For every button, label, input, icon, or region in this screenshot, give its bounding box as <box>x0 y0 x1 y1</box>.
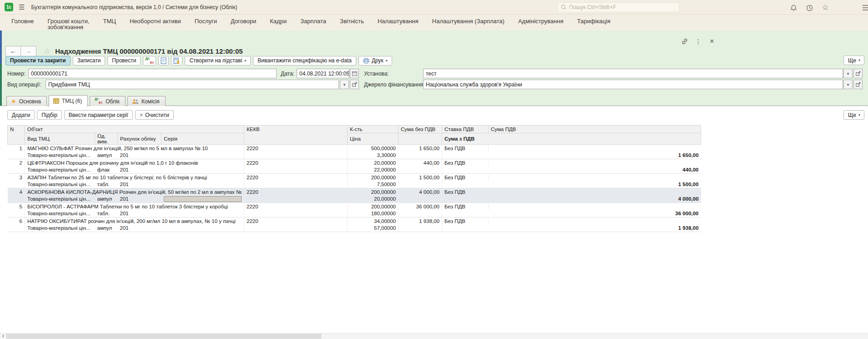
close-icon[interactable]: × <box>708 37 716 46</box>
table-row[interactable]: 4 АСКОРБІНОВА КИСЛОТА-ДАРНИЦЯ Розчин для… <box>8 188 701 196</box>
col-header-kind[interactable]: Вид ТМЦ <box>25 133 95 145</box>
notifications-bell-icon[interactable] <box>788 3 798 13</box>
menu-item[interactable]: Звітність <box>333 15 371 25</box>
sum-with-vat-cell[interactable]: 1 938,00 <box>442 225 701 232</box>
item-kind-cell[interactable]: Товарно-матеріальні цін... <box>25 152 95 159</box>
kekv-cell[interactable]: 2220 <box>244 159 348 167</box>
pick-items-button[interactable]: Підбір <box>37 110 62 120</box>
sum-no-vat-cell[interactable]: 440,00 <box>399 159 442 167</box>
link-icon[interactable] <box>681 37 689 46</box>
tab-osnovna[interactable]: ★ Основна <box>6 96 47 106</box>
table-row[interactable]: 2 ЦЕФТРІАКСОН Порошок для розчину для ін… <box>8 159 701 167</box>
table-row-detail[interactable]: Товарно-матеріальні цін... табл. 201 180… <box>8 210 701 218</box>
table-row-detail[interactable]: Товарно-матеріальні цін... табл. 201 7,5… <box>8 181 701 188</box>
save-button[interactable]: Записати <box>73 56 106 66</box>
scroll-left-arrow[interactable]: ‹ <box>0 334 6 339</box>
unit-cell[interactable]: табл. <box>95 181 118 188</box>
sum-with-vat-cell[interactable]: 1 650,00 <box>442 152 701 159</box>
sum-no-vat-cell[interactable]: 1 650,00 <box>399 145 442 152</box>
menu-item[interactable]: Адміністрування <box>511 15 570 25</box>
forward-button[interactable]: → <box>21 46 36 56</box>
item-name-cell[interactable]: НАТРІЮ ОКСИБУТИРАТ розчин для ін'єкцій, … <box>25 218 244 225</box>
menu-item[interactable]: ТМЦ <box>96 15 123 25</box>
kekv-cell[interactable]: 2220 <box>244 203 348 210</box>
price-cell[interactable]: 20,00000 <box>348 196 399 203</box>
menu-item[interactable]: Договори <box>224 15 263 25</box>
quantity-cell[interactable]: 500,00000 <box>348 145 399 152</box>
quantity-cell[interactable]: 34,00000 <box>348 218 399 225</box>
sum-with-vat-cell[interactable]: 1 500,00 <box>442 181 701 188</box>
date-input[interactable]: 04.08.2021 12:00:05 <box>297 69 349 78</box>
col-header-sum-with-vat[interactable]: Сума з ПДВ <box>442 133 701 145</box>
account-cell[interactable]: 201 <box>118 181 161 188</box>
account-cell[interactable]: 201 <box>118 225 161 232</box>
series-cell[interactable] <box>161 196 244 203</box>
item-kind-cell[interactable]: Товарно-матеріальні цін... <box>25 225 95 232</box>
vat-rate-cell[interactable]: Без ПДВ <box>442 218 489 225</box>
account-cell[interactable]: 201 <box>118 152 161 159</box>
col-header-vat-sum[interactable]: Сума ПДВ <box>489 126 701 133</box>
related-documents-button[interactable] <box>171 56 182 66</box>
enter-series-params-button[interactable]: Ввести параметри серії <box>64 110 133 120</box>
vat-rate-cell[interactable]: Без ПДВ <box>442 159 489 167</box>
quantity-cell[interactable]: 200,00000 <box>348 188 399 196</box>
row-number-cell[interactable]: 6 <box>8 218 25 225</box>
item-name-cell[interactable]: ЦЕФТРІАКСОН Порошок для розчину для ін'є… <box>25 159 244 167</box>
organization-input[interactable]: тест <box>423 69 843 78</box>
history-icon[interactable] <box>804 3 814 13</box>
operation-dropdown-button[interactable]: ▾ <box>340 80 349 89</box>
row-number-cell[interactable]: 4 <box>8 188 25 196</box>
menu-item[interactable]: Зарплата <box>293 15 333 25</box>
menu-item[interactable]: Кадри <box>263 15 293 25</box>
calendar-button[interactable] <box>350 69 359 78</box>
vat-sum-cell[interactable] <box>489 203 701 210</box>
quantity-cell[interactable]: 200,00000 <box>348 174 399 181</box>
table-row-detail[interactable]: Товарно-матеріальні цін... флак 201 22,0… <box>8 167 701 174</box>
vat-sum-cell[interactable] <box>489 159 701 167</box>
menu-item[interactable]: Послуги <box>188 15 224 25</box>
table-row-detail[interactable]: Товарно-матеріальні цін... ампул 201 20,… <box>8 196 701 203</box>
items-more-button[interactable]: Ще▾ <box>843 110 864 120</box>
series-cell[interactable] <box>161 167 244 174</box>
print-button[interactable]: Друк▾ <box>358 56 392 66</box>
table-row[interactable]: 3 АЗАПІН Таблетки по 25 мг по 10 таблето… <box>8 174 701 181</box>
item-name-cell[interactable]: АСКОРБІНОВА КИСЛОТА-ДАРНИЦЯ Розчин для і… <box>25 188 244 196</box>
vat-rate-cell[interactable]: Без ПДВ <box>442 188 489 196</box>
sum-with-vat-cell[interactable]: 36 000,00 <box>442 210 701 218</box>
item-kind-cell[interactable]: Товарно-матеріальні цін... <box>25 167 95 174</box>
tab-tmc[interactable]: ТМЦ (6) <box>49 95 88 106</box>
item-name-cell[interactable]: МАГНІЮ СУЛЬФАТ Розчин для ін'єкцій, 250 … <box>25 145 244 152</box>
row-number-cell[interactable]: 1 <box>8 145 25 152</box>
quantity-cell[interactable]: 200,00000 <box>348 203 399 210</box>
kekv-cell[interactable]: 2220 <box>244 174 348 181</box>
unit-cell[interactable]: табл. <box>95 210 118 218</box>
organization-dropdown-button[interactable]: ▾ <box>843 69 853 78</box>
unit-cell[interactable]: ампул <box>95 225 118 232</box>
funding-source-input[interactable]: Національна служба здоров'я України <box>423 80 843 89</box>
menu-item[interactable]: Грошові кошти, зобов'язання <box>40 15 96 31</box>
kekv-cell[interactable]: 2220 <box>244 188 348 196</box>
tab-komisiya[interactable]: Комісія <box>127 96 166 106</box>
account-cell[interactable]: 201 <box>118 167 161 174</box>
post-and-close-button[interactable]: Провести та закрити <box>5 56 71 66</box>
table-row[interactable]: 1 МАГНІЮ СУЛЬФАТ Розчин для ін'єкцій, 25… <box>8 145 701 152</box>
add-row-button[interactable]: Додати <box>7 110 35 120</box>
price-cell[interactable]: 3,30000 <box>348 152 399 159</box>
search-input[interactable] <box>569 4 676 10</box>
kekv-cell[interactable]: 2220 <box>244 218 348 225</box>
table-row[interactable]: 6 НАТРІЮ ОКСИБУТИРАТ розчин для ін'єкцій… <box>8 218 701 225</box>
toolbar-more-button[interactable]: Ще▾ <box>843 56 864 65</box>
operation-open-button[interactable] <box>350 80 359 89</box>
vat-sum-cell[interactable] <box>489 174 701 181</box>
menu-item[interactable]: Головне <box>5 15 40 25</box>
col-header-n[interactable]: N <box>8 126 25 145</box>
table-row-detail[interactable]: Товарно-матеріальні цін... ампул 201 3,3… <box>8 152 701 159</box>
dtkt-postings-button[interactable]: ДтКт <box>143 56 156 66</box>
create-based-on-button[interactable]: Створити на підставі▾ <box>185 56 251 66</box>
sum-with-vat-cell[interactable]: 4 000,00 <box>442 196 701 203</box>
sum-no-vat-cell[interactable]: 4 000,00 <box>399 188 442 196</box>
series-cell[interactable] <box>161 152 244 159</box>
app-logo-icon[interactable]: 1c <box>5 3 13 11</box>
favorite-star-icon[interactable]: ☆ <box>44 46 50 56</box>
funding-dropdown-button[interactable]: ▾ <box>843 80 853 89</box>
